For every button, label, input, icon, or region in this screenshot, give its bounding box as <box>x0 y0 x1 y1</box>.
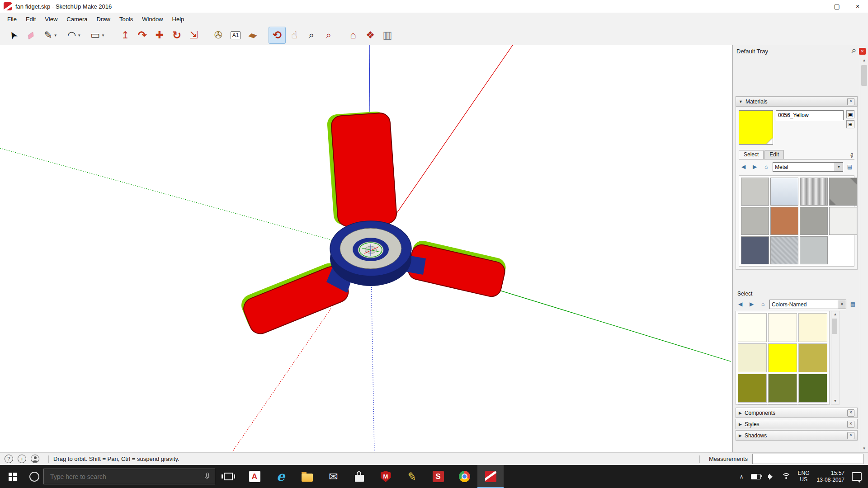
rotate-tool[interactable]: ↻ ▼ <box>168 27 185 44</box>
back-icon[interactable]: ◀ <box>739 162 748 172</box>
tape-measure-tool[interactable]: ✇ ▼ <box>210 27 227 44</box>
scrollbar-thumb[interactable] <box>861 65 867 86</box>
secondary-pane-icon[interactable]: ▣ <box>846 110 854 118</box>
notes-taskbar-button[interactable]: ✎ <box>399 465 425 488</box>
menu-camera[interactable]: Camera <box>62 14 92 25</box>
dropdown-arrow-icon[interactable]: ▼ <box>101 33 105 38</box>
material-swatch[interactable] <box>741 236 769 264</box>
arc-tool[interactable]: ◠ ▼ <box>62 27 86 44</box>
color-swatch[interactable] <box>738 374 767 403</box>
fan-blade-top[interactable] <box>326 111 397 227</box>
menu-help[interactable]: Help <box>168 14 189 25</box>
panel-shadows[interactable]: ▶ Shadows × <box>736 430 858 441</box>
details-menu-icon[interactable]: ▤ <box>848 300 858 309</box>
task-view-button[interactable] <box>215 465 241 488</box>
forward-icon[interactable]: ▶ <box>747 300 756 309</box>
material-swatch[interactable] <box>770 178 798 206</box>
materials-category-dropdown[interactable]: Metal ▼ <box>773 162 843 172</box>
edge-taskbar-button[interactable]: e <box>268 465 294 488</box>
paint-bucket-tool[interactable]: ▰ ▼ <box>244 27 261 44</box>
expand-arrow-icon[interactable]: ▶ <box>739 411 742 415</box>
hidden-icons-chevron-icon[interactable]: ∧ <box>740 474 744 480</box>
send-to-layout-tool[interactable]: ▥ ▼ <box>379 27 396 44</box>
material-swatch[interactable] <box>770 207 798 235</box>
start-button[interactable] <box>0 465 25 488</box>
material-preview[interactable] <box>739 110 773 145</box>
home-icon[interactable]: ⌂ <box>758 300 768 309</box>
search-input[interactable] <box>49 473 200 481</box>
scroll-up-icon[interactable]: ▲ <box>831 311 839 318</box>
close-panel-icon[interactable]: × <box>847 421 854 428</box>
panel-styles[interactable]: ▶ Styles × <box>736 419 858 429</box>
menu-window[interactable]: Window <box>137 14 167 25</box>
close-button[interactable]: × <box>847 0 868 13</box>
app-s-taskbar-button[interactable]: S <box>425 465 451 488</box>
move-tool[interactable]: ✚ ▼ <box>151 27 168 44</box>
material-swatch[interactable] <box>741 178 769 206</box>
pan-tool[interactable]: ☝ ▼ <box>286 27 303 44</box>
action-center-icon[interactable] <box>852 472 862 481</box>
material-name-input[interactable] <box>776 110 844 120</box>
material-swatch[interactable] <box>770 236 798 264</box>
color-swatch[interactable] <box>768 404 797 405</box>
text-tool[interactable]: A1 ▼ <box>227 27 244 44</box>
menu-draw[interactable]: Draw <box>92 14 115 25</box>
materials-panel-header[interactable]: ▼ Materials × <box>736 96 858 107</box>
color-swatch[interactable] <box>798 404 827 405</box>
close-panel-icon[interactable]: × <box>847 409 854 417</box>
zoom-extents-tool[interactable]: ⌕ ▼ <box>320 27 337 44</box>
sample-paint-icon[interactable]: ✑ <box>848 153 855 158</box>
scroll-down-icon[interactable]: ▼ <box>860 445 868 452</box>
dropdown-arrow-icon[interactable]: ▼ <box>77 33 81 38</box>
taskbar-search[interactable] <box>43 469 215 484</box>
tray-scrollbar[interactable]: ▲ ▼ <box>860 57 868 452</box>
zoom-tool[interactable]: ⌕ ▼ <box>303 27 320 44</box>
color-swatch[interactable] <box>768 343 797 372</box>
material-swatch[interactable] <box>800 236 828 264</box>
rectangle-tool[interactable]: ▭ ▼ <box>86 27 109 44</box>
tab-edit[interactable]: Edit <box>764 150 784 159</box>
get-models-tool[interactable]: ⌂ ▼ <box>344 27 362 44</box>
pushpull-tool[interactable]: ↥ ▼ <box>117 27 134 44</box>
sketchup-taskbar-button[interactable] <box>477 465 504 488</box>
menu-edit[interactable]: Edit <box>21 14 40 25</box>
menu-tools[interactable]: Tools <box>115 14 137 25</box>
scale-tool[interactable]: ⇲ ▼ <box>185 27 203 44</box>
dropdown-arrow-icon[interactable]: ▼ <box>54 33 57 38</box>
sign-in-icon[interactable] <box>31 455 39 463</box>
measurements-input[interactable] <box>752 454 863 464</box>
maximize-button[interactable]: ▢ <box>826 0 847 13</box>
tab-select[interactable]: Select <box>739 150 764 159</box>
file-explorer-taskbar-button[interactable] <box>294 465 320 488</box>
home-icon[interactable]: ⌂ <box>761 162 771 172</box>
expand-arrow-icon[interactable]: ▶ <box>739 422 742 427</box>
expand-arrow-icon[interactable]: ▼ <box>739 99 743 104</box>
colors-scrollbar[interactable]: ▲ ▼ <box>831 311 840 405</box>
dropdown-arrow-icon[interactable]: ▼ <box>838 300 846 309</box>
material-swatch[interactable] <box>829 178 857 206</box>
followme-tool[interactable]: ↷ ▼ <box>134 27 151 44</box>
volume-icon[interactable] <box>768 473 774 480</box>
chrome-taskbar-button[interactable] <box>451 465 477 488</box>
create-material-icon[interactable]: ⊞ <box>846 120 854 128</box>
scroll-up-icon[interactable]: ▲ <box>860 57 868 64</box>
model-view[interactable] <box>0 45 732 452</box>
battery-icon[interactable] <box>751 474 761 479</box>
color-swatch[interactable] <box>738 313 767 342</box>
extension-warehouse-tool[interactable]: ❖ ▼ <box>362 27 379 44</box>
color-swatch[interactable] <box>768 313 797 342</box>
materials-close-icon[interactable]: × <box>847 98 854 105</box>
color-swatch[interactable] <box>768 374 797 403</box>
mcafee-taskbar-button[interactable]: M <box>373 465 399 488</box>
eraser-tool[interactable]: ▰ ▼ <box>22 27 39 44</box>
acrobat-taskbar-button[interactable]: A <box>241 465 268 488</box>
line-tool[interactable]: ✎ ▼ <box>39 27 62 44</box>
close-panel-icon[interactable]: × <box>847 432 854 439</box>
material-swatch[interactable] <box>800 178 828 206</box>
back-icon[interactable]: ◀ <box>736 300 745 309</box>
expand-arrow-icon[interactable]: ▶ <box>739 433 742 438</box>
color-swatch[interactable] <box>738 404 767 405</box>
orbit-tool[interactable]: ⟲ ▼ <box>269 27 286 44</box>
mail-taskbar-button[interactable]: ✉ <box>320 465 346 488</box>
color-swatch[interactable] <box>798 374 827 403</box>
